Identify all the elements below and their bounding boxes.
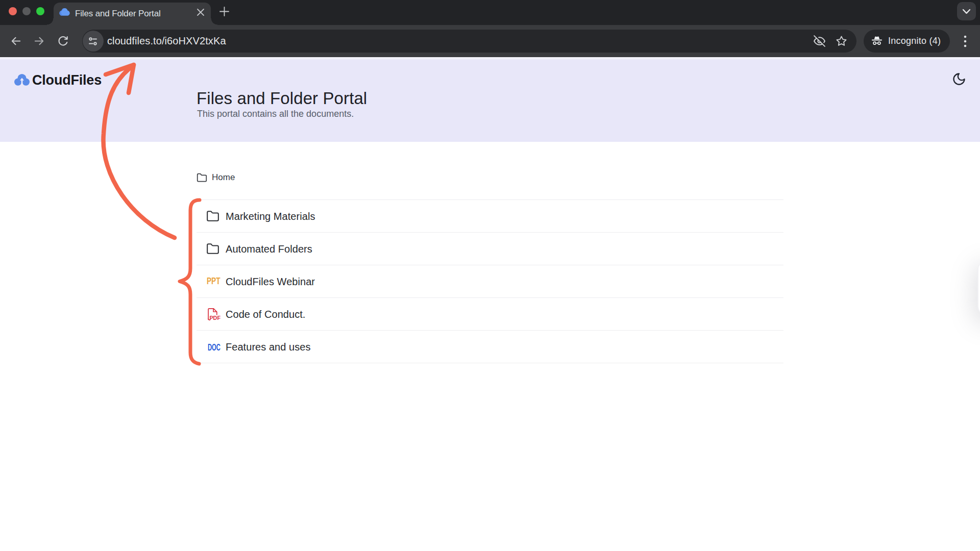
svg-text:PDF: PDF — [209, 315, 220, 321]
svg-text:DOC: DOC — [208, 343, 220, 353]
